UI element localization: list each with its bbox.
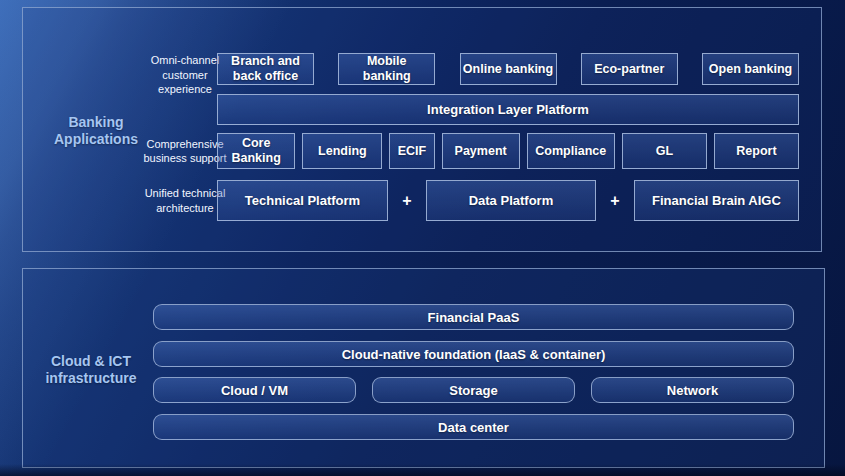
box-mobile-banking: Mobile banking bbox=[338, 53, 435, 85]
resources-row: Cloud / VM Storage Network bbox=[153, 377, 794, 403]
plus-separator: + bbox=[596, 180, 634, 221]
box-storage: Storage bbox=[372, 377, 575, 403]
box-online-banking: Online banking bbox=[460, 53, 557, 85]
box-technical-platform: Technical Platform bbox=[217, 180, 388, 221]
box-ecif: ECIF bbox=[389, 133, 434, 169]
plus-separator: + bbox=[388, 180, 426, 221]
box-integration-layer-platform: Integration Layer Platform bbox=[217, 94, 799, 125]
cloud-ict-panel: Cloud & ICT infrastructure Financial Paa… bbox=[22, 268, 825, 468]
box-network: Network bbox=[591, 377, 794, 403]
channel-row: Branch and back office Mobile banking On… bbox=[217, 53, 799, 85]
paas-row: Financial PaaS bbox=[153, 304, 794, 330]
box-branch-back-office: Branch and back office bbox=[217, 53, 314, 85]
business-support-row: Core Banking Lending ECIF Payment Compli… bbox=[217, 133, 799, 169]
box-compliance: Compliance bbox=[527, 133, 615, 169]
box-payment: Payment bbox=[442, 133, 520, 169]
integration-row: Integration Layer Platform bbox=[217, 94, 799, 125]
box-financial-paas: Financial PaaS bbox=[153, 304, 794, 330]
box-gl: GL bbox=[622, 133, 707, 169]
platform-row: Technical Platform + Data Platform + Fin… bbox=[217, 180, 799, 221]
box-financial-brain-aigc: Financial Brain AIGC bbox=[634, 180, 799, 221]
architecture-diagram: Banking Applications Omni-channel custom… bbox=[0, 0, 845, 476]
box-core-banking: Core Banking bbox=[217, 133, 295, 169]
box-cloud-vm: Cloud / VM bbox=[153, 377, 356, 403]
box-eco-partner: Eco-partner bbox=[581, 53, 678, 85]
box-data-center: Data center bbox=[153, 414, 794, 440]
box-open-banking: Open banking bbox=[702, 53, 799, 85]
banking-applications-panel: Banking Applications Omni-channel custom… bbox=[22, 7, 822, 252]
cloud-ict-label: Cloud & ICT infrastructure bbox=[31, 353, 151, 387]
box-lending: Lending bbox=[302, 133, 382, 169]
box-report: Report bbox=[714, 133, 799, 169]
box-data-platform: Data Platform bbox=[426, 180, 596, 221]
box-cloud-native-foundation: Cloud-native foundation (IaaS & containe… bbox=[153, 341, 794, 367]
datacenter-row: Data center bbox=[153, 414, 794, 440]
foundation-row: Cloud-native foundation (IaaS & containe… bbox=[153, 341, 794, 367]
